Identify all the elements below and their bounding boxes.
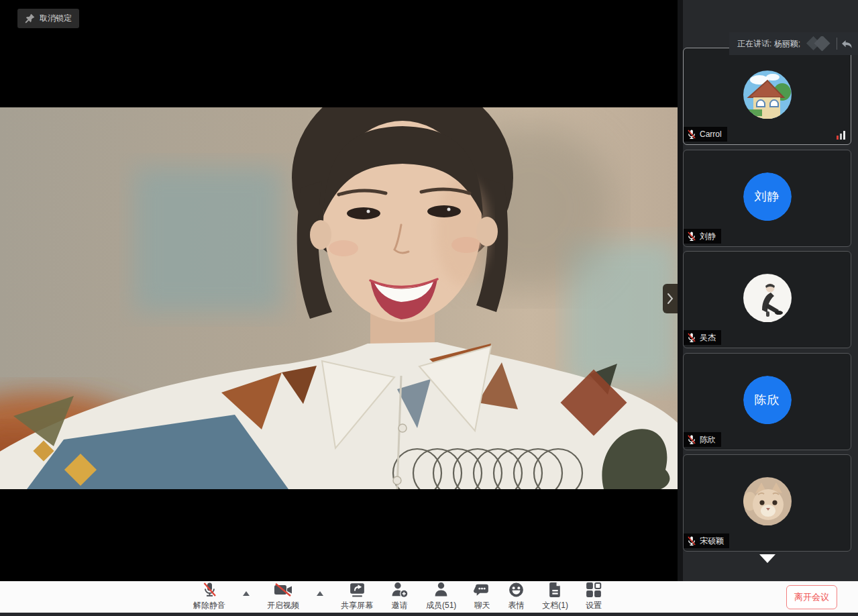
mic-muted-icon xyxy=(201,581,219,599)
participant-name: 吴杰 xyxy=(700,333,716,342)
meeting-window: 取消锁定 xyxy=(0,0,858,616)
document-icon xyxy=(547,581,563,599)
camera-off-icon xyxy=(273,581,293,599)
speaking-text: 正在讲话: 杨丽颖; xyxy=(737,38,800,50)
unpin-label: 取消锁定 xyxy=(40,13,72,24)
share-screen-button[interactable]: 共享屏幕 xyxy=(341,581,373,611)
share-screen-icon xyxy=(348,581,366,599)
pin-icon xyxy=(25,13,35,23)
main-video-area: 取消锁定 xyxy=(0,0,678,581)
invite-icon xyxy=(390,581,409,599)
start-video-button[interactable]: 开启视频 xyxy=(267,581,299,611)
participant-name-badge: 陈欣 xyxy=(684,432,721,447)
participant-tile-liujing[interactable]: 刘静 刘静 xyxy=(683,150,851,247)
settings-icon xyxy=(586,581,602,599)
scroll-down-arrow[interactable] xyxy=(759,554,775,563)
unpin-button[interactable]: 取消锁定 xyxy=(17,9,79,28)
members-icon xyxy=(433,581,449,599)
muted-mic-icon xyxy=(686,535,697,546)
chat-button[interactable]: 聊天 xyxy=(474,581,490,611)
avatar-illustration-photo xyxy=(743,274,792,322)
meeting-toolbar: 解除静音 开启视频 共享屏幕 xyxy=(0,581,858,613)
muted-mic-icon xyxy=(686,434,697,445)
participant-tile-carrol[interactable]: Carrol xyxy=(683,48,851,145)
camera-options-caret[interactable] xyxy=(317,591,323,596)
muted-mic-icon xyxy=(686,332,697,343)
muted-mic-icon xyxy=(686,231,697,242)
participant-name-badge: 宋硕颖 xyxy=(684,533,729,548)
chat-icon xyxy=(474,581,490,599)
participant-name-badge: Carrol xyxy=(684,127,727,142)
audio-level-bars xyxy=(837,131,845,140)
members-button[interactable]: 成员(51) xyxy=(426,581,456,611)
participant-name: 刘静 xyxy=(700,232,716,241)
leave-meeting-button[interactable]: 离开会议 xyxy=(786,585,837,609)
participant-name: 陈欣 xyxy=(700,435,716,444)
participant-name: Carrol xyxy=(700,130,722,139)
document-button[interactable]: 文档(1) xyxy=(542,581,568,611)
bottom-strip xyxy=(0,613,858,616)
avatar-initials: 陈欣 xyxy=(743,376,792,424)
collapse-sidebar-handle[interactable] xyxy=(663,284,678,313)
emoji-button[interactable]: 表情 xyxy=(508,581,525,611)
avatar-initials: 刘静 xyxy=(743,172,792,221)
chevron-right-icon xyxy=(666,292,674,305)
participants-sidebar: Carrol 刘静 刘静 xyxy=(683,0,858,581)
banner-divider xyxy=(837,38,837,50)
app-logo-icon xyxy=(804,36,831,51)
avatar-cat-photo xyxy=(743,477,792,525)
participant-name: 宋硕颖 xyxy=(700,536,724,546)
unmute-button[interactable]: 解除静音 xyxy=(193,581,225,611)
settings-button[interactable]: 设置 xyxy=(586,581,602,611)
invite-button[interactable]: 邀请 xyxy=(390,581,409,611)
participant-tile-chenxin[interactable]: 陈欣 陈欣 xyxy=(683,353,851,450)
main-video-feed xyxy=(0,107,678,489)
participant-tile-wujie[interactable]: 吴杰 xyxy=(683,251,851,348)
mic-options-caret[interactable] xyxy=(243,591,250,596)
speaking-banner: 正在讲话: 杨丽颖; xyxy=(729,32,858,55)
participant-name-badge: 刘静 xyxy=(684,229,721,244)
sidebar-divider xyxy=(678,0,683,581)
participant-name-badge: 吴杰 xyxy=(684,330,721,345)
muted-mic-icon xyxy=(686,129,697,140)
participant-tile-songshuoying[interactable]: 宋硕颖 xyxy=(683,454,851,552)
emoji-icon xyxy=(508,581,525,599)
back-arrow-icon[interactable] xyxy=(841,39,853,49)
avatar-house-photo xyxy=(743,70,792,119)
